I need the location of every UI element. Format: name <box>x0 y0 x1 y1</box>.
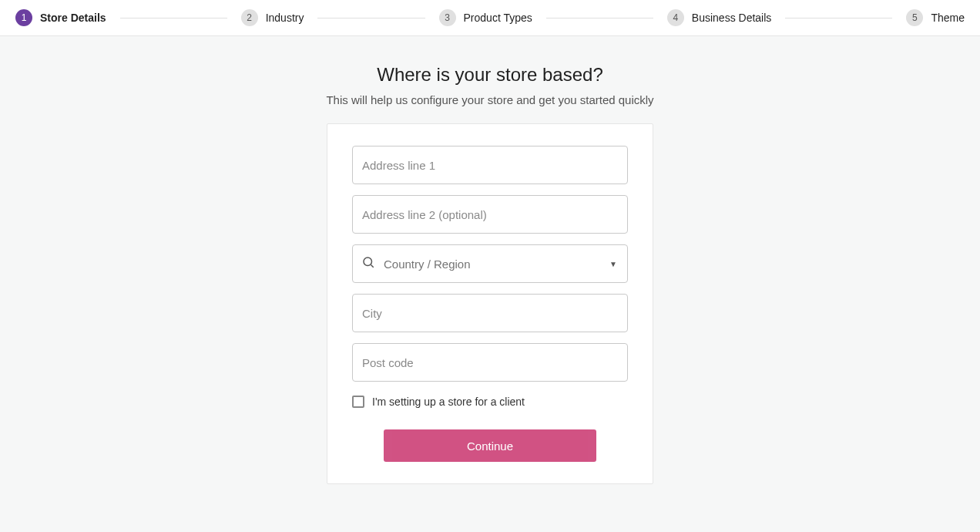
country-region-select[interactable] <box>352 244 628 283</box>
step-label: Store Details <box>40 12 106 24</box>
step-theme[interactable]: 5 Theme <box>906 9 965 26</box>
step-label: Industry <box>266 12 304 24</box>
step-label: Business Details <box>692 12 772 24</box>
step-divider <box>785 18 892 19</box>
stepper: 1 Store Details 2 Industry 3 Product Typ… <box>0 0 980 36</box>
client-checkbox-label: I'm setting up a store for a client <box>372 396 525 408</box>
step-divider <box>546 18 653 19</box>
step-label: Theme <box>931 12 965 24</box>
step-divider <box>317 18 425 19</box>
step-number: 1 <box>15 9 32 26</box>
step-business-details[interactable]: 4 Business Details <box>667 9 772 26</box>
step-number: 4 <box>667 9 684 26</box>
step-product-types[interactable]: 3 Product Types <box>439 9 532 26</box>
client-checkbox[interactable] <box>352 396 364 408</box>
form-card: ▼ I'm setting up a store for a client Co… <box>327 123 653 484</box>
main-content: Where is your store based? This will hel… <box>0 36 980 484</box>
address-line-2-input[interactable] <box>352 195 628 234</box>
continue-button[interactable]: Continue <box>384 429 596 462</box>
page-title: Where is your store based? <box>377 64 602 86</box>
step-number: 3 <box>439 9 456 26</box>
postcode-input[interactable] <box>352 343 628 382</box>
step-industry[interactable]: 2 Industry <box>241 9 304 26</box>
step-store-details[interactable]: 1 Store Details <box>15 9 106 26</box>
client-checkbox-row[interactable]: I'm setting up a store for a client <box>352 396 628 408</box>
step-number: 2 <box>241 9 258 26</box>
step-number: 5 <box>906 9 923 26</box>
city-input[interactable] <box>352 294 628 332</box>
step-label: Product Types <box>464 12 532 24</box>
step-divider <box>120 18 227 19</box>
page-subtitle: This will help us configure your store a… <box>326 93 653 106</box>
address-line-1-input[interactable] <box>352 146 628 184</box>
